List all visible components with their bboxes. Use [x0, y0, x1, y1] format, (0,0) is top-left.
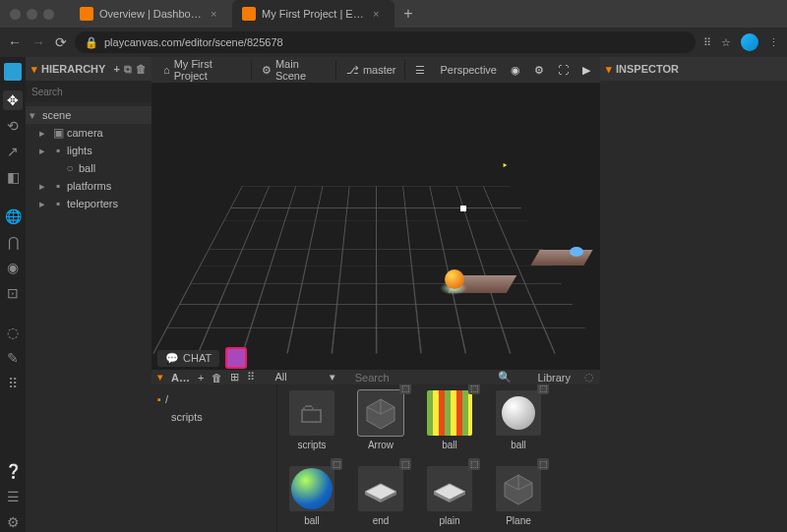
tree-item-ball[interactable]: ○ ball [26, 159, 151, 177]
world-icon[interactable]: 🌐 [3, 207, 23, 226]
svg-marker-7 [434, 484, 465, 500]
light-gizmo [460, 206, 466, 211]
feedback-icon[interactable]: ☰ [3, 487, 23, 506]
3d-viewport[interactable]: ‣ 💬 CHAT [151, 83, 600, 370]
user-presence-icon[interactable] [225, 347, 247, 369]
window-titlebar: Overview | Dashboard | My Fir… × My Firs… [0, 0, 787, 28]
asset-ball-material[interactable]: ⬚ ball [494, 390, 543, 450]
tree-label: ball [79, 162, 95, 174]
sphere-icon [502, 396, 535, 430]
chevron-right-icon[interactable]: ▸ [39, 198, 49, 210]
chat-button[interactable]: 💬 CHAT [157, 350, 219, 367]
code-icon[interactable]: ⠿ [3, 374, 23, 393]
asset-ball-texture[interactable]: ⬚ ball [425, 390, 474, 450]
browser-tab-1[interactable]: My First Project | Editor × [232, 0, 394, 28]
tree-item-lights[interactable]: ▸ ▪ lights [26, 142, 151, 159]
chevron-right-icon[interactable]: ▸ [39, 145, 49, 157]
bookmark-icon[interactable]: ☆ [721, 36, 731, 49]
tree-item-scene[interactable]: ▾ scene [26, 106, 151, 124]
add-asset-button[interactable]: + [198, 372, 204, 384]
browser-tab-0[interactable]: Overview | Dashboard | My Fir… × [70, 0, 232, 28]
settings-bottom-icon[interactable]: ⚙ [3, 512, 23, 532]
chevron-down-icon[interactable]: ▾ [157, 371, 163, 384]
assets-search-input[interactable] [355, 372, 495, 384]
chevron-down-icon[interactable]: ▾ [31, 63, 37, 76]
hierarchy-search-input[interactable] [31, 87, 156, 97]
profile-avatar[interactable] [741, 33, 758, 51]
ball-mesh [445, 269, 464, 289]
delete-icon[interactable]: 🗑 [136, 63, 147, 75]
chevron-down-icon[interactable]: ▾ [606, 63, 612, 76]
tree-item-platforms[interactable]: ▸ ▪ platforms [26, 177, 151, 195]
traffic-min[interactable] [27, 9, 37, 20]
asset-badge-icon: ⬚ [399, 458, 411, 470]
library-button[interactable]: Library [531, 372, 576, 384]
duplicate-icon[interactable]: ⧉ [124, 63, 132, 76]
asset-filter-dropdown[interactable]: All ▾ [269, 371, 340, 384]
chevron-down-icon[interactable]: ▾ [30, 109, 39, 122]
translate-icon[interactable]: ⠿ [703, 36, 711, 49]
asset-arrow[interactable]: ⬚ Arrow [356, 390, 405, 450]
branch-crumb[interactable]: ⎇ master [338, 60, 405, 80]
play-button[interactable]: ▶ [576, 60, 596, 80]
back-button[interactable]: ← [8, 34, 22, 50]
new-tab-button[interactable]: + [394, 0, 422, 28]
lock-icon: 🔒 [85, 36, 98, 49]
list-view-icon[interactable]: ⠿ [247, 371, 255, 384]
chevron-right-icon[interactable]: ▸ [39, 180, 49, 193]
asset-ball-material2[interactable]: ⬚ ball [287, 466, 336, 526]
element-tool-icon[interactable]: ◧ [3, 167, 23, 187]
close-icon[interactable]: × [211, 8, 222, 20]
asset-badge-icon: ⬚ [537, 458, 549, 470]
list-button[interactable]: ☰ [407, 60, 433, 80]
lightbulb-icon[interactable]: ◌ [3, 323, 23, 342]
scene-crumb[interactable]: ⚙ Main Scene [254, 60, 336, 80]
chevron-right-icon[interactable]: ▸ [39, 127, 49, 140]
home-icon: ⌂ [163, 64, 170, 76]
cursor-icon: ‣ [502, 159, 508, 165]
delete-asset-icon[interactable]: 🗑 [212, 372, 222, 384]
traffic-max[interactable] [43, 9, 54, 20]
bake-icon[interactable]: ✎ [3, 348, 23, 368]
snap-icon[interactable]: ⋂ [3, 232, 23, 252]
search-icon[interactable]: 🔍 [498, 371, 512, 384]
store-icon[interactable]: ◌ [584, 371, 594, 384]
reload-button[interactable]: ⟳ [55, 34, 67, 50]
scene-name: Main Scene [275, 58, 328, 82]
traffic-close[interactable] [10, 9, 21, 20]
fullscreen-icon[interactable]: ⛶ [552, 60, 575, 80]
help-icon[interactable]: ❔ [3, 461, 23, 481]
asset-badge-icon: ⬚ [468, 458, 480, 470]
asset-plain[interactable]: ⬚ plain [425, 466, 474, 526]
menu-icon[interactable]: ⋮ [768, 36, 779, 49]
add-entity-button[interactable]: + [113, 63, 119, 75]
scale-tool-icon[interactable]: ↗ [3, 142, 23, 161]
asset-end[interactable]: ⬚ end [356, 466, 405, 526]
visibility-icon[interactable]: ◉ [3, 258, 23, 277]
folder-scripts[interactable]: scripts [157, 408, 271, 426]
viewport-grid [152, 187, 598, 354]
thumbnail-view-icon[interactable]: ⊞ [230, 371, 239, 384]
folder-icon: ▪ [157, 393, 161, 405]
url-field[interactable]: 🔒 playcanvas.com/editor/scene/825678 [75, 31, 696, 53]
hierarchy-search: 🔍 [26, 81, 151, 102]
folder-root[interactable]: ▪ / [157, 390, 271, 408]
close-icon[interactable]: × [373, 8, 385, 20]
tree-item-camera[interactable]: ▸ ▣ camera [26, 124, 151, 142]
project-crumb[interactable]: ⌂ My First Project [155, 60, 252, 80]
app-logo[interactable] [4, 63, 22, 81]
library-label: Library [537, 372, 571, 384]
focus-icon[interactable]: ⊡ [3, 283, 23, 303]
rotate-tool-icon[interactable]: ⟲ [3, 116, 23, 136]
tree-item-teleporters[interactable]: ▸ ▪ teleporters [26, 195, 151, 212]
asset-scripts[interactable]: 🗀 scripts [287, 390, 336, 450]
asset-plane[interactable]: ⬚ Plane [494, 466, 543, 526]
inspector-panel: ▾ INSPECTOR [600, 57, 787, 532]
camera-mode-button[interactable]: Perspective [435, 60, 503, 80]
view-options-icon[interactable]: ◉ [505, 60, 526, 80]
move-tool-icon[interactable]: ✥ [3, 90, 23, 110]
forward-button[interactable]: → [31, 34, 45, 50]
settings-icon[interactable]: ⚙ [528, 60, 550, 80]
assets-body: ▪ / scripts 🗀 scripts ⬚ [151, 384, 600, 532]
asset-badge-icon: ⬚ [537, 384, 549, 394]
